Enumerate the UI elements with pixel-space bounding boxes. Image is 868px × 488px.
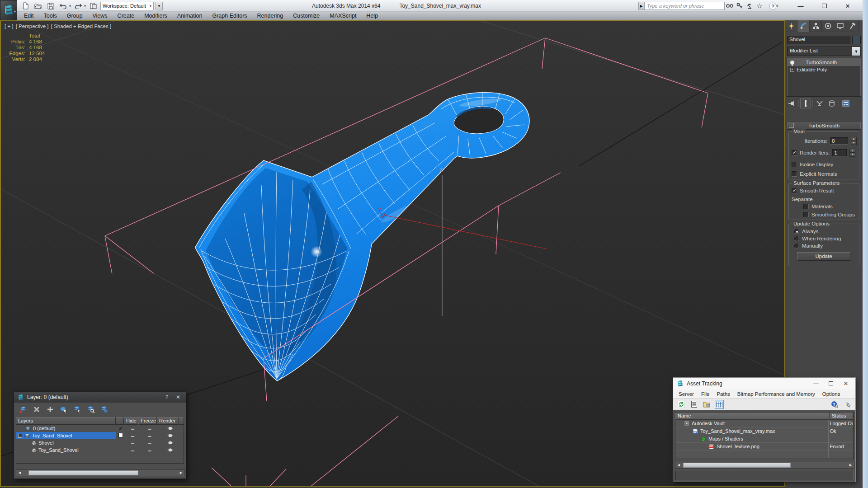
column-hide[interactable]: Hide xyxy=(124,417,138,425)
modifier-enabled-icon[interactable] xyxy=(790,61,794,65)
column-render[interactable]: Render xyxy=(157,417,179,425)
maximize-button[interactable] xyxy=(817,1,831,11)
isoline-display-checkbox[interactable] xyxy=(792,162,797,167)
layer-name-cell[interactable]: Shovel xyxy=(16,439,116,446)
asset-menu-file[interactable]: File xyxy=(698,391,713,397)
smoothing-groups-checkbox[interactable] xyxy=(803,212,809,217)
hide-toggle[interactable]: ▬ xyxy=(125,427,140,430)
redo-dropdown-caret[interactable]: ▾ xyxy=(84,4,86,8)
workspace-dropdown-button[interactable]: ▼ xyxy=(156,2,163,10)
menu-item-rendering[interactable]: Rendering xyxy=(252,12,288,20)
layer-name-cell[interactable]: -Toy_Sand_Shovel xyxy=(16,432,116,439)
asset-menu-server[interactable]: Server xyxy=(675,391,698,397)
remove-modifier-button[interactable] xyxy=(826,99,837,108)
refresh-button[interactable] xyxy=(677,400,686,409)
always-radio[interactable] xyxy=(794,229,799,234)
asset-menu-paths[interactable]: Paths xyxy=(713,391,733,397)
layer-help-button[interactable]: ? xyxy=(163,394,171,400)
layer-dialog-titlebar[interactable]: Layer: 0 (default) ? ✕ xyxy=(14,392,186,403)
asset-maximize-button[interactable] xyxy=(825,380,837,387)
list-view-button[interactable] xyxy=(689,400,698,409)
asset-minimize-button[interactable]: — xyxy=(810,380,822,387)
freeze-toggle[interactable]: ▬ xyxy=(140,449,159,452)
collapse-icon[interactable]: - xyxy=(789,123,794,128)
hide-toggle[interactable]: ▬ xyxy=(125,449,140,452)
render-toggle[interactable] xyxy=(159,433,181,438)
iterations-spinner[interactable]: ▲▼ xyxy=(851,137,857,145)
asset-row-autodesk-vault[interactable]: Autodesk VaultLogged Ou xyxy=(675,420,853,427)
asset-row-shovel-texture-png[interactable]: PNGShovel_texture.pngFound xyxy=(675,443,853,450)
set-current-layer-button[interactable] xyxy=(73,405,82,414)
current-layer-mark[interactable]: ✓ xyxy=(117,426,124,432)
object-color-swatch[interactable] xyxy=(852,36,861,44)
layer-row-0-default[interactable]: 0 (default)✓▬▬ xyxy=(16,425,184,432)
render-iters-checkbox[interactable] xyxy=(792,150,797,155)
asset-close-button[interactable]: ✕ xyxy=(840,380,852,387)
menu-item-customize[interactable]: Customize xyxy=(288,12,325,20)
menu-item-edit[interactable]: Edit xyxy=(19,12,39,20)
asset-row-toy-sand-shovel-max-vray-max[interactable]: MAXToy_Sand_Shovel_max_vray.maxOk xyxy=(675,427,853,435)
smooth-result-checkbox[interactable] xyxy=(792,188,797,193)
asset-menu-bitmap-performance-and-memory[interactable]: Bitmap Performance and Memory xyxy=(734,391,819,397)
scroll-left-icon[interactable]: ◄ xyxy=(16,470,23,476)
materials-checkbox[interactable] xyxy=(803,204,809,209)
turbosmooth-rollout-header[interactable]: - TurboSmooth xyxy=(787,122,861,129)
scroll-left-icon[interactable]: ◄ xyxy=(675,462,682,468)
iterations-field[interactable]: 0 xyxy=(830,137,848,145)
highlight-selected-layer-button[interactable] xyxy=(86,405,95,414)
tab-display[interactable] xyxy=(834,20,846,32)
hide-toggle[interactable]: ▬ xyxy=(125,441,140,445)
redo-button[interactable] xyxy=(73,1,84,11)
freeze-toggle[interactable]: ▬ xyxy=(140,434,159,437)
column-current[interactable] xyxy=(116,417,124,425)
menu-item-animation[interactable]: Animation xyxy=(172,12,208,20)
tab-modify[interactable] xyxy=(797,20,810,32)
stack-item-turbosmooth[interactable]: TurboSmooth xyxy=(788,59,860,66)
table-view-button[interactable] xyxy=(715,400,724,409)
tab-motion[interactable] xyxy=(822,20,834,32)
tab-hierarchy[interactable] xyxy=(810,20,822,32)
menu-item-graph-editors[interactable]: Graph Editors xyxy=(207,12,252,20)
stack-item-editable-poly[interactable]: + Editable Poly xyxy=(788,66,860,73)
select-objects-in-layer-button[interactable] xyxy=(59,405,68,414)
add-selection-to-layer-button[interactable] xyxy=(46,405,55,414)
application-menu-button[interactable]: ▾ xyxy=(0,0,17,20)
search-input[interactable] xyxy=(644,2,725,10)
open-file-button[interactable] xyxy=(33,1,43,11)
menu-item-help[interactable]: Help xyxy=(361,12,383,20)
modifier-list-dropdown[interactable]: Modifier List xyxy=(787,47,852,56)
freeze-toggle[interactable]: ▬ xyxy=(140,441,159,445)
layer-row-shovel[interactable]: Shovel▬▬ xyxy=(16,439,184,446)
communication-center-icon[interactable] xyxy=(745,1,755,10)
freeze-toggle[interactable]: ▬ xyxy=(140,427,159,430)
configure-modifier-sets-button[interactable] xyxy=(840,99,851,108)
layer-horizontal-scrollbar[interactable]: ◄ ► xyxy=(16,469,185,476)
asset-row-maps-shaders[interactable]: Maps / Shaders xyxy=(675,435,853,443)
viewport-menu-shading[interactable]: [ Shaded + Edged Faces ] xyxy=(51,23,111,29)
hide-toggle[interactable]: ▬ xyxy=(125,434,140,437)
pin-stack-button[interactable] xyxy=(786,99,797,108)
menu-item-group[interactable]: Group xyxy=(62,12,88,20)
render-toggle[interactable] xyxy=(159,447,181,453)
scroll-thumb[interactable] xyxy=(28,470,138,475)
favorites-star-icon[interactable]: ☆ xyxy=(755,1,764,10)
workspace-selector[interactable]: Workspace: Default ▾ xyxy=(100,2,154,10)
help-whatsthis-icon[interactable]: ? xyxy=(830,400,839,409)
close-button[interactable]: ✕ xyxy=(841,1,854,11)
scroll-right-icon[interactable]: ► xyxy=(178,470,184,476)
column-layers[interactable]: Layers xyxy=(16,417,116,425)
create-new-layer-button[interactable] xyxy=(19,405,28,414)
scroll-right-icon[interactable]: ► xyxy=(847,462,854,468)
render-toggle[interactable] xyxy=(159,426,181,431)
expand-icon[interactable]: + xyxy=(790,68,794,72)
update-button[interactable]: Update xyxy=(797,252,850,261)
menu-item-views[interactable]: Views xyxy=(87,12,112,20)
layer-row-toy-sand-shovel[interactable]: -Toy_Sand_Shovel▬▬ xyxy=(16,432,184,439)
menu-item-create[interactable]: Create xyxy=(113,12,140,20)
search-flyout-button[interactable]: ▶ xyxy=(638,2,644,10)
column-status[interactable]: Status xyxy=(830,413,853,420)
object-name-field[interactable]: Shovel xyxy=(787,36,850,44)
asset-dialog-titlebar[interactable]: Asset Tracking — ✕ xyxy=(673,378,855,389)
asset-horizontal-scrollbar[interactable]: ◄ ► xyxy=(675,462,854,469)
when-rendering-radio[interactable] xyxy=(794,236,799,241)
